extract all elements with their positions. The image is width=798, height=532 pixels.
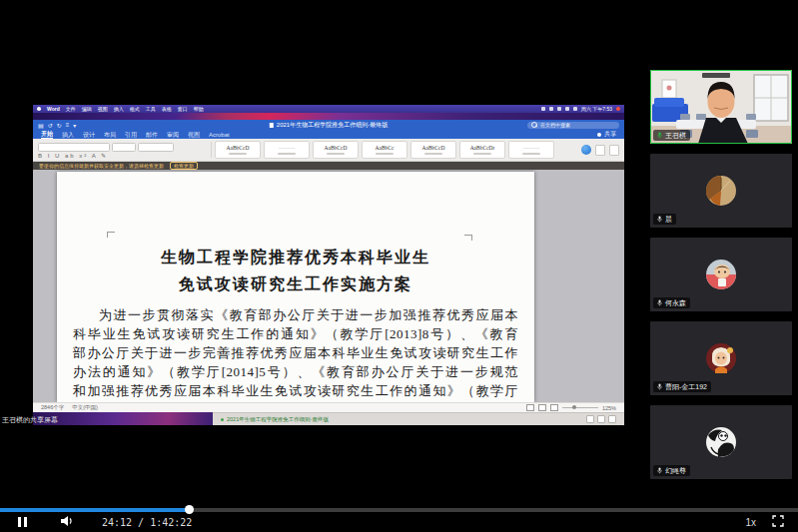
tab-insert[interactable]: 插入 <box>62 131 74 139</box>
doc-paragraph: 为进一步贯彻落实《教育部办公厅关于进一步加强推荐优秀应届本 科毕业生免试攻读研究… <box>73 305 518 402</box>
mac-menubar: Word 文件 编辑 视图 插入 格式 工具 表格 窗口 帮助 周六 下午7:5… <box>33 105 624 113</box>
menu-format[interactable]: 格式 <box>130 105 140 113</box>
time-display: 24:12 / 1:42:22 <box>102 517 192 528</box>
status-icon[interactable] <box>541 107 545 111</box>
participant-name-tag: 晨 <box>653 214 676 225</box>
document-search-box[interactable]: 在文档中搜索 <box>527 122 619 129</box>
share-button[interactable]: 共享 <box>597 130 616 139</box>
participant-tile[interactable]: 何永森 <box>650 238 792 311</box>
print-icon[interactable]: ≡ <box>66 122 70 129</box>
avatar <box>706 427 736 457</box>
menu-help[interactable]: 帮助 <box>194 105 204 113</box>
apple-icon[interactable] <box>37 107 41 111</box>
avatar <box>706 176 736 206</box>
doc-heading: 生物工程学院推荐优秀本科毕业生 免试攻读研究生工作实施方案 <box>73 244 518 297</box>
editor-icon[interactable] <box>609 145 619 156</box>
tab-home[interactable]: 开始 <box>41 130 53 139</box>
avatar <box>706 343 736 373</box>
more-commands-icon[interactable]: ▾ <box>73 122 76 129</box>
control-center-icon[interactable] <box>573 107 577 111</box>
search-placeholder: 在文档中搜索 <box>540 122 570 128</box>
playback-speed-button[interactable]: 1x <box>745 517 756 528</box>
tab-view[interactable]: 视图 <box>188 131 200 139</box>
participant-tile[interactable]: 曹阳-金工192 <box>650 321 792 395</box>
style-chip[interactable]: AaBbCcD <box>410 141 456 159</box>
desktop-wallpaper <box>33 113 624 120</box>
menu-view[interactable]: 视图 <box>98 105 108 113</box>
word-count[interactable]: 2846个字 <box>41 404 64 411</box>
window-tool-icon[interactable] <box>586 415 594 423</box>
read-mode-icon[interactable] <box>526 404 534 411</box>
menu-table[interactable]: 表格 <box>162 105 172 113</box>
participant-tile[interactable]: 晨 <box>650 154 792 228</box>
battery-icon[interactable] <box>549 107 553 111</box>
window-tool-icon[interactable] <box>597 415 605 423</box>
fullscreen-button[interactable] <box>772 513 784 531</box>
doc-line: 和加强推荐优秀应届本科毕业生免试攻读研究生工作的通知》（教学厅 <box>73 381 518 400</box>
word-doc-icon <box>270 123 274 128</box>
search-icon[interactable] <box>565 107 569 111</box>
menubar-app-name[interactable]: Word <box>47 105 60 113</box>
mic-icon <box>657 299 662 306</box>
style-chip[interactable]: AaBbCcD <box>313 141 359 159</box>
wifi-icon[interactable] <box>557 107 561 111</box>
font-group: B I U ab x² A ✎ <box>38 142 208 159</box>
style-chip[interactable]: AaBbCcDr <box>459 141 505 159</box>
menu-tools[interactable]: 工具 <box>146 105 156 113</box>
pause-button[interactable] <box>18 517 27 527</box>
window-tool-icon[interactable] <box>608 415 616 423</box>
redo-icon[interactable]: ↻ <box>57 122 62 129</box>
doc-line: 办法的通知》（教学厅[2014]5号）、《教育部办公厅关于进一步规范 <box>73 362 518 381</box>
menu-insert[interactable]: 插入 <box>114 105 124 113</box>
font-style-buttons[interactable]: B I U ab x² A ✎ <box>38 152 108 159</box>
tab-design[interactable]: 设计 <box>83 131 95 139</box>
save-icon[interactable]: ▤ <box>38 122 44 129</box>
menu-edit[interactable]: 编辑 <box>82 105 92 113</box>
style-chip[interactable]: ——— <box>264 141 310 159</box>
print-layout-icon[interactable] <box>538 404 546 411</box>
zoom-level[interactable]: 125% <box>602 405 616 411</box>
style-chip[interactable]: AaBbCc <box>362 141 407 159</box>
recording-dot-icon <box>616 107 620 111</box>
ribbon-home: B I U ab x² A ✎ AaBbCcD ——— AaBbCcD AaBb… <box>33 139 624 162</box>
language-status[interactable]: 中文(中国) <box>72 404 98 411</box>
tab-mailings[interactable]: 邮件 <box>146 131 158 139</box>
volume-icon[interactable] <box>61 513 74 531</box>
document-page[interactable]: 生物工程学院推荐优秀本科毕业生 免试攻读研究生工作实施方案 为进一步贯彻落实《教… <box>57 172 534 402</box>
style-chip[interactable]: ——— <box>508 141 554 159</box>
tab-acrobat[interactable]: Acrobat <box>209 131 230 139</box>
shared-screen: Word 文件 编辑 视图 插入 格式 工具 表格 窗口 帮助 周六 下午7:5… <box>33 105 624 425</box>
mic-icon <box>657 216 662 223</box>
participant-tile[interactable]: 幻绳尊 <box>650 405 792 479</box>
player-controls: 24:12 / 1:42:22 1x <box>0 512 798 532</box>
check-updates-button[interactable]: 检查更新 <box>170 162 198 170</box>
menu-window[interactable]: 窗口 <box>178 105 188 113</box>
participant-tile-video[interactable]: 王召棋 <box>650 70 792 144</box>
document-area: 生物工程学院推荐优秀本科毕业生 免试攻读研究生工作实施方案 为进一步贯彻落实《教… <box>33 170 624 402</box>
tab-layout[interactable]: 布局 <box>104 131 116 139</box>
magnifier-icon <box>531 122 537 128</box>
desktop-wallpaper-bottom <box>33 412 213 425</box>
font-size-select[interactable] <box>112 143 136 152</box>
background-window-bar[interactable]: 2021年生物工程学院推免工作细则-最终版 <box>213 412 624 425</box>
change-case-button[interactable] <box>138 143 174 152</box>
tab-references[interactable]: 引用 <box>125 131 137 139</box>
style-chip[interactable]: AaBbCcD <box>215 141 261 159</box>
font-name-select[interactable] <box>38 143 110 152</box>
web-layout-icon[interactable] <box>550 404 558 411</box>
word-statusbar: 2846个字 中文(中国) 125% <box>33 402 624 412</box>
avatar <box>706 260 736 289</box>
dictate-icon[interactable] <box>581 145 591 155</box>
share-person-icon <box>597 133 601 137</box>
menubar-clock[interactable]: 周六 下午7:53 <box>581 105 612 113</box>
zoom-slider[interactable] <box>562 407 598 408</box>
participant-name-tag: 幻绳尊 <box>653 465 690 476</box>
doc-line: 科毕业生免试攻读研究生工作的通知》（教学厅[2013]8号）、《教育 <box>73 324 518 343</box>
participant-name-tag: 曹阳-金工192 <box>653 381 711 392</box>
sensitivity-icon[interactable] <box>595 145 605 156</box>
doc-line: 部办公厅关于进一步完善推荐优秀应届本科毕业生免试攻读研究生工作 <box>73 343 518 362</box>
background-window-title: 2021年生物工程学院推免工作细则-最终版 <box>221 416 329 423</box>
tab-review[interactable]: 审阅 <box>167 131 179 139</box>
undo-icon[interactable]: ↺ <box>48 122 53 129</box>
menu-file[interactable]: 文件 <box>66 105 76 113</box>
